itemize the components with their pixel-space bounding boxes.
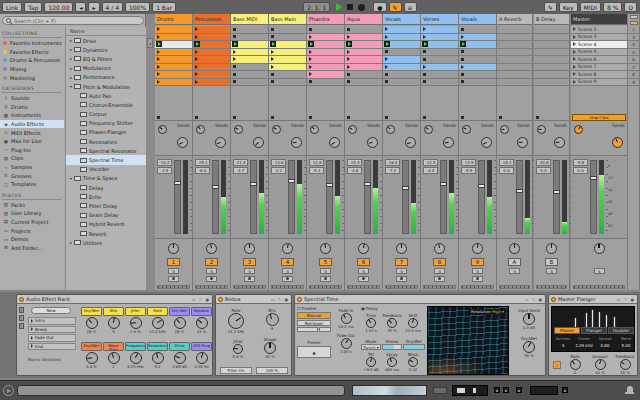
clip-stop-button[interactable] bbox=[499, 116, 502, 119]
track-activator-button[interactable]: B bbox=[545, 258, 558, 266]
clip-slot[interactable] bbox=[307, 64, 344, 72]
clip-stop-row[interactable] bbox=[497, 114, 532, 121]
send-a-knob[interactable] bbox=[310, 125, 319, 134]
send-a-knob[interactable] bbox=[537, 125, 546, 134]
crossfade-strip[interactable] bbox=[385, 285, 418, 289]
search-input[interactable]: Search (Ctrl + F) bbox=[2, 16, 144, 25]
clip-slot[interactable] bbox=[345, 41, 382, 49]
send-a-knob[interactable] bbox=[196, 125, 205, 134]
file-item[interactable]: Hybrid Reverb bbox=[66, 220, 146, 229]
arm-button[interactable] bbox=[358, 276, 369, 282]
send-a-knob[interactable] bbox=[424, 125, 433, 134]
volume-display[interactable]: -2.1 bbox=[271, 167, 286, 174]
clip-stop-row[interactable] bbox=[534, 114, 569, 121]
macro-name-box[interactable]: Frequency bbox=[125, 342, 146, 351]
scene-launch-row[interactable]: Scene 4 bbox=[571, 41, 627, 49]
device-title-bar[interactable]: Master Flanger▭ ✎ ● bbox=[549, 295, 637, 304]
file-item[interactable]: Filter Delay bbox=[66, 201, 146, 210]
clip-slot[interactable] bbox=[231, 26, 268, 34]
sidebar-item-plug-ins[interactable]: ⌁Plug-Ins bbox=[0, 146, 64, 155]
clip-slot[interactable] bbox=[193, 41, 230, 49]
clip-slot[interactable] bbox=[155, 49, 192, 57]
volume-fader[interactable] bbox=[288, 160, 295, 234]
macro-knob[interactable] bbox=[174, 317, 186, 329]
macro-name-box[interactable]: Residue bbox=[191, 307, 212, 316]
playing-clip-button[interactable] bbox=[346, 41, 352, 47]
delay-shift-knob[interactable] bbox=[408, 318, 418, 328]
send-b-knob[interactable] bbox=[291, 137, 302, 148]
time-signature-field[interactable]: 4 / 4 bbox=[102, 2, 123, 12]
volume-fader[interactable] bbox=[553, 160, 560, 234]
flanger-rate-knob[interactable] bbox=[570, 359, 581, 370]
clip-stop-button[interactable] bbox=[385, 116, 388, 119]
macro-name-box[interactable]: Jitter bbox=[125, 307, 146, 316]
clip-slot[interactable] bbox=[269, 79, 306, 87]
rack-view-toggle[interactable] bbox=[19, 323, 24, 329]
send-b-knob[interactable] bbox=[177, 137, 188, 148]
file-item[interactable]: ▸Drive bbox=[66, 36, 146, 45]
mode-dropdown[interactable]: Punch ▾ bbox=[361, 344, 381, 350]
clip-slot[interactable] bbox=[459, 64, 496, 72]
track-activator-button[interactable]: 9 bbox=[471, 258, 484, 266]
key-map-button[interactable]: Key bbox=[559, 2, 578, 12]
scene-launch-row[interactable]: Scene 3 bbox=[571, 34, 627, 42]
zoom-control[interactable] bbox=[433, 387, 447, 394]
clip-slot[interactable] bbox=[193, 26, 230, 34]
freezer-sub-box[interactable] bbox=[297, 327, 318, 332]
clip-slot[interactable] bbox=[383, 26, 420, 34]
pan-knob[interactable] bbox=[546, 243, 557, 254]
tab-flanger[interactable]: Flanger bbox=[581, 327, 607, 334]
arm-button[interactable] bbox=[472, 276, 483, 282]
send-a-knob[interactable] bbox=[234, 125, 243, 134]
rack-view-toggle[interactable] bbox=[19, 315, 24, 321]
track-header[interactable]: Bass Main bbox=[269, 14, 306, 25]
pan-knob[interactable] bbox=[434, 243, 445, 254]
playing-clip-button[interactable] bbox=[232, 41, 238, 47]
clip-slot[interactable] bbox=[155, 56, 192, 64]
file-item[interactable]: Phaser-Flanger bbox=[66, 128, 146, 137]
send-b-knob[interactable] bbox=[215, 137, 226, 148]
macro-variation-item[interactable]: End bbox=[28, 343, 76, 351]
clip-slot[interactable] bbox=[383, 34, 420, 42]
volume-display[interactable]: 0.0 bbox=[573, 167, 588, 174]
arm-button[interactable] bbox=[282, 276, 293, 282]
track-activator-button[interactable]: 6 bbox=[357, 258, 370, 266]
macro-knob[interactable] bbox=[152, 317, 164, 329]
preview-play-icon[interactable] bbox=[3, 385, 14, 396]
pan-knob[interactable] bbox=[358, 243, 369, 254]
pan-knob[interactable] bbox=[168, 243, 179, 254]
clip-slot[interactable] bbox=[269, 34, 306, 42]
param-value[interactable]: 5.00 bbox=[616, 343, 636, 348]
send-b-knob[interactable] bbox=[405, 137, 416, 148]
sidebar-item-collection[interactable]: Mixing bbox=[0, 65, 64, 74]
scene-launch-row[interactable]: Scene 8 bbox=[571, 71, 627, 79]
crossfade-strip[interactable] bbox=[309, 285, 342, 289]
clip-slot[interactable] bbox=[307, 71, 344, 79]
send-b-knob[interactable] bbox=[517, 137, 528, 148]
macro-knob[interactable] bbox=[196, 317, 208, 329]
clip-slot[interactable] bbox=[269, 56, 306, 64]
crossfade-strip[interactable] bbox=[423, 285, 456, 289]
macro-knob[interactable] bbox=[130, 352, 142, 364]
playing-clip-button[interactable] bbox=[270, 41, 276, 47]
crossfade-strip[interactable] bbox=[573, 285, 625, 289]
arm-button[interactable] bbox=[320, 276, 331, 282]
sidebar-item-instruments[interactable]: ▦Instruments bbox=[0, 111, 64, 120]
file-item[interactable]: ▸Modulators bbox=[66, 64, 146, 73]
file-item[interactable]: ▸Utilities bbox=[66, 238, 146, 247]
crossfade-strip[interactable] bbox=[195, 285, 228, 289]
playing-clip-button[interactable] bbox=[156, 41, 162, 47]
macro-variation-item[interactable]: Fade Out bbox=[28, 334, 76, 342]
arrangement-position-field[interactable]: 2. 1. 1 bbox=[303, 2, 330, 12]
clip-slot[interactable] bbox=[155, 71, 192, 79]
clip-slot[interactable] bbox=[231, 41, 268, 49]
spectral-drywet-knob[interactable] bbox=[523, 341, 535, 353]
return-track-header[interactable]: B Delay bbox=[534, 14, 569, 25]
solo-button[interactable]: S bbox=[594, 268, 605, 274]
playing-clip-button[interactable] bbox=[194, 41, 200, 47]
clip-slot[interactable] bbox=[269, 41, 306, 49]
sidebar-item-collection[interactable]: Favorite Instruments bbox=[0, 39, 64, 48]
input-send-knob[interactable] bbox=[523, 313, 535, 325]
volume-fader[interactable] bbox=[516, 160, 523, 234]
stop-all-clips-button[interactable]: Stop Clips bbox=[572, 114, 626, 121]
